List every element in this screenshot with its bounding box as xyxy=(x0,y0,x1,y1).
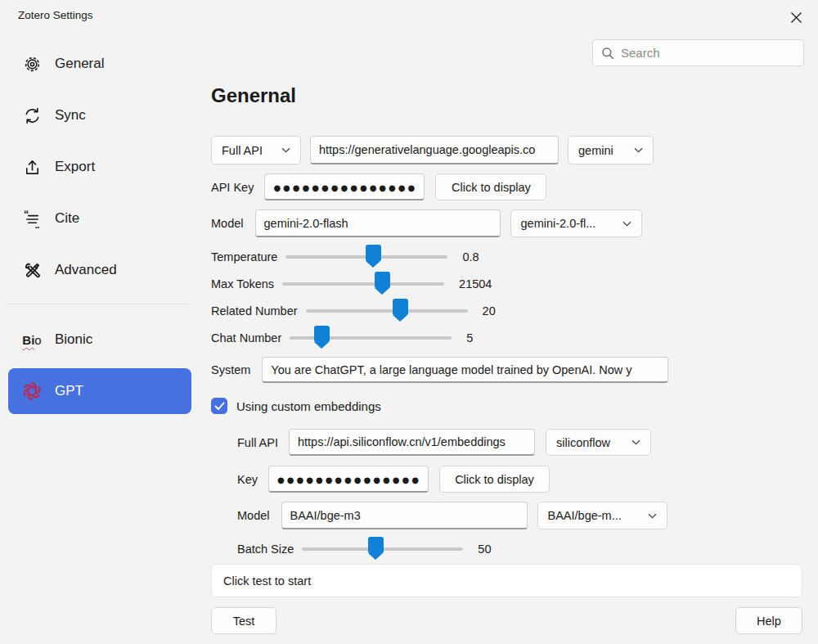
search-box[interactable] xyxy=(592,39,804,66)
chevron-down-icon xyxy=(622,221,631,227)
help-button[interactable]: Help xyxy=(735,607,802,634)
search-icon xyxy=(601,47,614,60)
emb-model-label: Model xyxy=(237,509,270,522)
max-tokens-value: 21504 xyxy=(459,277,492,290)
system-label: System xyxy=(211,363,250,376)
svg-text:„: „ xyxy=(34,219,39,228)
batch-size-value: 50 xyxy=(478,543,491,556)
emb-model-dropdown[interactable]: BAAI/bge-m... xyxy=(537,502,667,529)
emb-key-input[interactable] xyxy=(268,466,429,493)
batch-size-slider-thumb[interactable] xyxy=(368,537,384,553)
sidebar-item-label: Cite xyxy=(55,210,79,227)
chat-number-slider-thumb[interactable] xyxy=(314,326,330,342)
sidebar-item-label: General xyxy=(55,56,104,72)
svg-text:“: “ xyxy=(23,209,28,220)
sidebar-item-cite[interactable]: “ „ Cite xyxy=(8,196,191,241)
model-input[interactable] xyxy=(255,209,501,237)
advanced-icon xyxy=(21,259,43,281)
model-dropdown[interactable]: gemini-2.0-fl... xyxy=(510,209,642,237)
emb-api-url-input[interactable] xyxy=(289,429,535,456)
chevron-down-icon xyxy=(631,439,640,445)
test-button[interactable]: Test xyxy=(211,607,276,634)
provider-dropdown[interactable]: gemini xyxy=(568,136,654,164)
temperature-slider-thumb[interactable] xyxy=(366,245,381,261)
max-tokens-slider-thumb[interactable] xyxy=(375,272,390,288)
search-input[interactable] xyxy=(621,46,795,60)
api-mode-dropdown[interactable]: Full API xyxy=(211,136,301,164)
api-url-input[interactable] xyxy=(310,136,559,164)
check-icon xyxy=(214,402,225,411)
max-tokens-slider[interactable] xyxy=(282,282,444,286)
emb-key-reveal-button[interactable]: Click to display xyxy=(439,466,550,493)
emb-provider-dropdown[interactable]: siliconflow xyxy=(546,429,651,456)
test-output-text: Click test to start xyxy=(223,574,311,588)
sidebar-item-bionic[interactable]: Bio Bionic xyxy=(8,317,191,363)
batch-size-slider[interactable] xyxy=(302,547,463,551)
related-number-slider-thumb[interactable] xyxy=(393,299,408,315)
openai-icon xyxy=(21,381,43,402)
max-tokens-label: Max Tokens xyxy=(211,277,274,290)
api-key-reveal-button[interactable]: Click to display xyxy=(435,173,546,200)
window-title: Zotero Settings xyxy=(18,9,93,21)
sidebar-item-label: Advanced xyxy=(55,262,117,278)
chevron-down-icon xyxy=(648,513,657,519)
chat-number-slider[interactable] xyxy=(290,336,452,340)
api-key-input[interactable] xyxy=(264,173,425,200)
sidebar-separator xyxy=(7,304,191,304)
export-icon xyxy=(21,156,43,178)
sidebar-item-advanced[interactable]: Advanced xyxy=(8,247,191,293)
chevron-down-icon xyxy=(281,147,290,153)
sidebar-item-label: GPT xyxy=(55,383,83,399)
sidebar-item-label: Bionic xyxy=(55,331,92,348)
bionic-icon: Bio xyxy=(21,329,43,350)
related-number-slider[interactable] xyxy=(306,309,468,313)
emb-key-label: Key xyxy=(237,473,258,486)
related-number-value: 20 xyxy=(483,304,496,317)
api-key-label: API Key xyxy=(211,181,254,194)
custom-embeddings-checkbox[interactable] xyxy=(211,398,227,414)
chat-number-value: 5 xyxy=(466,331,473,345)
close-icon xyxy=(790,11,802,24)
close-button[interactable] xyxy=(784,6,808,29)
temperature-label: Temperature xyxy=(211,250,277,263)
test-output-area: Click test to start xyxy=(211,564,802,597)
sidebar-item-sync[interactable]: Sync xyxy=(8,92,191,138)
sync-icon xyxy=(21,105,43,126)
sidebar-item-export[interactable]: Export xyxy=(8,144,191,190)
sidebar-item-gpt[interactable]: GPT xyxy=(8,368,191,414)
related-number-label: Related Number xyxy=(211,304,298,317)
sidebar-item-label: Export xyxy=(55,159,95,175)
chevron-down-icon xyxy=(634,147,643,153)
cite-icon: “ „ xyxy=(21,208,43,229)
model-label: Model xyxy=(211,217,244,230)
emb-model-input[interactable] xyxy=(281,502,528,529)
batch-size-label: Batch Size xyxy=(237,543,294,556)
chat-number-label: Chat Number xyxy=(211,331,281,345)
custom-embeddings-label: Using custom embeddings xyxy=(236,399,381,413)
temperature-slider[interactable] xyxy=(285,255,447,259)
system-prompt-input[interactable] xyxy=(262,357,668,383)
temperature-value: 0.8 xyxy=(462,250,479,263)
page-title: Genernal xyxy=(211,84,296,107)
gear-icon xyxy=(21,53,43,74)
sidebar-item-general[interactable]: General xyxy=(8,41,191,87)
sidebar-item-label: Sync xyxy=(55,107,86,124)
emb-api-label: Full API xyxy=(237,436,278,449)
